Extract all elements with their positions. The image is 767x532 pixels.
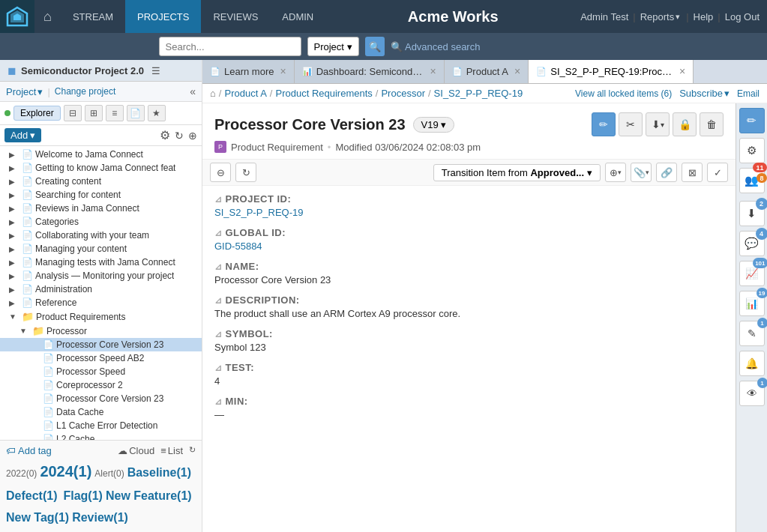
list-item[interactable]: ▶ 📄 Administration (0, 282, 202, 296)
project-dropdown-btn[interactable]: Project ▾ (6, 86, 43, 97)
change-project-btn[interactable]: Change project (55, 86, 115, 97)
tab-learn-more[interactable]: 📄 Learn more × (202, 60, 295, 83)
list-item[interactable]: 📄 Processor Core Version 23 (0, 392, 202, 405)
check-btn[interactable]: ✓ (707, 163, 728, 182)
user-label[interactable]: Admin Test (580, 11, 628, 22)
list-item[interactable]: 📄 L1 Cache Error Detection (0, 419, 202, 432)
tag-flag[interactable]: Flag(1) (63, 486, 102, 506)
explorer-tab[interactable]: Explorer (13, 106, 61, 121)
filter-icon[interactable]: ⊟ (64, 105, 82, 121)
list-item[interactable]: ▼ 📁 Product Requirements (0, 309, 202, 324)
collapse-btn[interactable]: « (190, 85, 196, 97)
nav-stream[interactable]: STREAM (61, 0, 125, 33)
lock-btn[interactable]: 🔒 (673, 112, 697, 136)
sidebar-bell-btn[interactable]: 🔔 (739, 351, 765, 376)
sidebar-review-btn[interactable]: ✎ 1 (739, 321, 765, 346)
tab-dashboard[interactable]: 📊 Dashboard: Semiconductor Project... × (295, 60, 445, 83)
expand-icon[interactable]: ⊕ (188, 130, 197, 142)
refresh-tags-btn[interactable]: ↻ (189, 445, 196, 456)
nav-reviews[interactable]: REVIEWS (201, 0, 270, 33)
list-view-btn[interactable]: ≡List (160, 445, 183, 456)
attach-btn[interactable]: 📎▾ (631, 163, 652, 182)
graph-btn[interactable]: ⊠ (682, 163, 703, 182)
collapse-fields-btn[interactable]: ⊖ (210, 163, 231, 182)
reports-link[interactable]: Reports (640, 11, 675, 22)
sidebar-view-btn[interactable]: 👁 1 (739, 381, 765, 406)
help-link[interactable]: Help (694, 11, 714, 22)
tab-dashboard-close[interactable]: × (430, 65, 436, 77)
transition-dropdown[interactable]: Transition Item from Approved... ▾ (433, 164, 601, 181)
sidebar-edit-btn[interactable]: ✏ (739, 108, 765, 133)
sidebar-download-btn[interactable]: ⬇ 2 (739, 201, 765, 226)
advanced-search-link[interactable]: 🔍 Advanced search (391, 41, 480, 52)
tag-new-feature[interactable]: New Feature(1) (106, 486, 192, 506)
sidebar-activity-btn[interactable]: 📈 101 (739, 261, 765, 286)
list-item[interactable]: ▶ 📄 Welcome to Jama Connect (0, 148, 202, 161)
link-btn[interactable]: 🔗 (656, 163, 677, 182)
breadcrumb-product-req[interactable]: Product Requirements (275, 88, 372, 99)
tag-baseline[interactable]: Baseline(1) (127, 463, 191, 483)
sidebar-chart-btn[interactable]: 📊 19 (739, 291, 765, 316)
sidebar-comments-btn[interactable]: 💬 4 (739, 231, 765, 256)
tree-item-selected[interactable]: 📄 Processor Core Version 23 (0, 338, 202, 351)
breadcrumb-req-id[interactable]: SI_S2_P-P_REQ-19 (434, 88, 523, 99)
field-value-project-id[interactable]: SI_S2_P-P_REQ-19 (214, 207, 304, 218)
list-item[interactable]: ▶ 📄 Analysis — Monitoring your project (0, 269, 202, 282)
breadcrumb-home-icon[interactable]: ⌂ (210, 88, 216, 99)
tag-2024[interactable]: 2024(1) (40, 459, 91, 483)
list-item[interactable]: ▶ 📄 Managing your content (0, 242, 202, 256)
field-value-global-id[interactable]: GID-55884 (214, 241, 262, 252)
list-item[interactable]: ▶ 📄 Reference (0, 296, 202, 309)
list-item[interactable]: 📄 Processor Speed AB2 (0, 351, 202, 365)
subscribe-btn[interactable]: Subscribe ▾ (679, 88, 730, 99)
add-tag-btn[interactable]: 🏷 Add tag (6, 445, 52, 456)
tag-defect[interactable]: Defect(1) (6, 486, 57, 506)
delete-btn[interactable]: 🗑 (700, 112, 724, 136)
tag-new-tag[interactable]: New Tag(1) (6, 508, 69, 528)
search-input[interactable] (159, 37, 301, 56)
tab-processor-core[interactable]: 📄 SI_S2_P-P_REQ-19:Processor Core ... × (529, 60, 694, 83)
tag-review[interactable]: Review(1) (72, 508, 128, 528)
add-button[interactable]: Add ▾ (4, 128, 41, 142)
project-list-icon[interactable]: ☰ (151, 65, 160, 76)
list-item[interactable]: 📄 Data Cache (0, 405, 202, 419)
list-item[interactable]: 📄 L2 Cache (0, 432, 202, 440)
edit-btn[interactable]: ✏ (592, 112, 616, 136)
breadcrumb-processor[interactable]: Processor (381, 88, 425, 99)
tag-2022[interactable]: 2022(0) (6, 467, 37, 481)
refresh-icon[interactable]: ↻ (175, 130, 184, 142)
search-icon[interactable]: 🔍 (365, 37, 385, 56)
refresh-item-btn[interactable]: ↻ (235, 163, 256, 182)
breadcrumb-product-a[interactable]: Product A (224, 88, 266, 99)
view-locked-link[interactable]: View all locked items (6) (575, 88, 672, 99)
list-item[interactable]: ▶ 📄 Searching for content (0, 188, 202, 202)
email-btn[interactable]: Email (737, 88, 760, 99)
move-btn[interactable]: ⬇▾ (646, 112, 670, 136)
tab-product-a[interactable]: 📄 Product A × (445, 60, 529, 83)
settings-icon[interactable]: ⚙ (160, 128, 170, 142)
list-item[interactable]: ▶ 📄 Collaborating with your team (0, 229, 202, 242)
tag-alert[interactable]: Alert(0) (94, 467, 124, 481)
list-item[interactable]: 📄 Processor Speed (0, 365, 202, 378)
search-scope-dropdown[interactable]: Project ▾ (307, 37, 359, 56)
nav-home[interactable]: ⌂ (34, 0, 61, 33)
list-item[interactable]: 📄 Coreprocessor 2 (0, 378, 202, 392)
list-item[interactable]: ▶ 📄 Reviews in Jama Connect (0, 202, 202, 215)
sidebar-settings-btn[interactable]: ⚙ (739, 138, 765, 163)
logo[interactable] (0, 0, 34, 33)
list-item[interactable]: ▶ 📄 Categories (0, 215, 202, 229)
nav-admin[interactable]: ADMIN (270, 0, 325, 33)
list-icon[interactable]: ≡ (106, 105, 124, 121)
doc-icon[interactable]: 📄 (127, 105, 145, 121)
star-icon[interactable]: ★ (148, 105, 166, 121)
list-item[interactable]: ▶ 📄 Creating content (0, 175, 202, 188)
grid-icon[interactable]: ⊞ (85, 105, 103, 121)
list-item[interactable]: ▼ 📁 Processor (0, 324, 202, 338)
tab-product-a-close[interactable]: × (514, 65, 520, 77)
tab-processor-core-close[interactable]: × (679, 65, 685, 77)
cloud-view-btn[interactable]: ☁Cloud (118, 445, 154, 456)
copy-btn[interactable]: ✂ (619, 112, 643, 136)
logout-link[interactable]: Log Out (725, 11, 760, 22)
add-relation-btn[interactable]: ⊕▾ (605, 163, 626, 182)
nav-projects[interactable]: PROJECTS (125, 0, 201, 33)
